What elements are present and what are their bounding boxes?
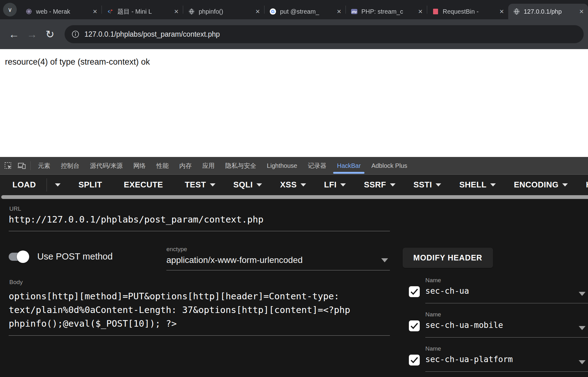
caret-down-icon	[490, 183, 496, 186]
menu-ssti[interactable]: SSTI	[414, 180, 441, 190]
header-name-select[interactable]: sec-ch-ua-platform	[425, 353, 588, 371]
globe-favicon-icon	[188, 8, 195, 15]
chevron-down-icon: ∨	[8, 6, 12, 13]
input-underline	[425, 337, 588, 338]
menu-sqli[interactable]: SQLI	[233, 180, 262, 190]
browser-tab-active[interactable]: 127.0.0.1/php ×	[508, 4, 588, 19]
check-icon	[409, 320, 420, 331]
enctype-select[interactable]: application/x-www-form-urlencoded	[166, 253, 390, 270]
devtools-tab-console[interactable]: 控制台	[56, 157, 85, 174]
caret-down-icon	[436, 183, 441, 186]
tab-close-icon[interactable]: ×	[173, 7, 180, 16]
browser-toolbar: ← → ↻ 127.0.0.1/phplabs/post_param/conte…	[0, 19, 588, 49]
browser-tab-timu[interactable]: 题目 - Mini L ×	[102, 4, 183, 19]
devtools-tab-network[interactable]: 网络	[128, 157, 151, 174]
dropdown-caret-icon	[579, 292, 586, 296]
enctype-group: enctype application/x-www-form-urlencode…	[166, 246, 390, 270]
inspect-icon[interactable]	[1, 159, 15, 172]
page-text: resource(4) of type (stream-context) ok	[5, 57, 150, 67]
devtools-tab-adblock[interactable]: Adblock Plus	[366, 157, 413, 174]
dropdown-caret-icon	[579, 360, 586, 364]
browser-tab-php-docs[interactable]: php PHP: stream_c ×	[346, 4, 427, 19]
tab-close-icon[interactable]: ×	[336, 7, 342, 16]
menu-load[interactable]: LOAD	[12, 178, 61, 191]
dropdown-caret-icon	[579, 326, 586, 330]
modify-header-button[interactable]: MODIFY HEADER	[403, 248, 493, 268]
url-input[interactable]: http://127.0.0.1/phplabs/post_param/cont…	[9, 214, 390, 231]
reload-button[interactable]: ↻	[41, 25, 59, 43]
enctype-label: enctype	[166, 246, 390, 253]
header-checkbox[interactable]	[409, 286, 420, 297]
menu-split[interactable]: SPLIT	[79, 180, 106, 190]
post-method-label: Use POST method	[37, 251, 113, 262]
device-toolbar-icon[interactable]	[15, 159, 29, 172]
tab-close-icon[interactable]: ×	[254, 7, 261, 16]
menu-shell[interactable]: SHELL	[459, 180, 496, 190]
site-info-icon[interactable]	[71, 30, 79, 38]
post-method-toggle[interactable]	[9, 253, 28, 261]
code-flag-favicon-icon	[107, 8, 114, 15]
devtools-tab-privacy[interactable]: 隐私与安全	[220, 157, 262, 174]
caret-down-icon	[301, 183, 306, 186]
url-label: URL	[9, 205, 21, 212]
caret-down-icon	[562, 183, 568, 186]
scrollbar-thumb[interactable]	[1, 195, 588, 199]
devtools-tab-hackbar[interactable]: HackBar	[332, 157, 366, 174]
dropdown-caret-icon	[381, 258, 388, 262]
header-checkbox[interactable]	[409, 355, 420, 366]
devtools-tab-lighthouse[interactable]: Lighthouse	[262, 157, 303, 174]
svg-text:G: G	[271, 9, 274, 14]
enctype-value: application/x-www-form-urlencoded	[166, 255, 303, 265]
devtools-tab-sources[interactable]: 源代码/来源	[85, 157, 128, 174]
browser-tab-google[interactable]: G put @stream_ ×	[265, 4, 346, 19]
globe-favicon-icon	[513, 8, 520, 15]
hackbar-panel: URL http://127.0.0.1/phplabs/post_param/…	[0, 199, 588, 377]
hackbar-scrollbar	[0, 195, 588, 199]
menu-hash[interactable]: HASH	[586, 180, 588, 190]
load-caret-icon[interactable]	[55, 183, 61, 186]
web-favicon-icon	[25, 8, 32, 15]
devtools-tab-performance[interactable]: 性能	[151, 157, 174, 174]
google-favicon-icon: G	[269, 8, 276, 15]
back-button[interactable]: ←	[5, 25, 23, 43]
tab-close-icon[interactable]: ×	[578, 7, 585, 16]
caret-down-icon	[210, 183, 215, 186]
devtools-tabbar: 元素 控制台 源代码/来源 网络 性能 内存 应用 隐私与安全 Lighthou…	[0, 157, 588, 175]
php-favicon-icon: php	[351, 8, 358, 15]
header-name-select[interactable]: sec-ch-ua	[425, 285, 588, 303]
tab-close-icon[interactable]: ×	[92, 7, 98, 16]
browser-tab-web[interactable]: web - Merak ×	[20, 4, 102, 19]
devtools-tab-memory[interactable]: 内存	[174, 157, 197, 174]
body-input[interactable]: options[http][method]=PUT&options[http][…	[9, 289, 390, 336]
header-name-select[interactable]: sec-ch-ua-mobile	[425, 319, 588, 337]
browser-tab-requestbin[interactable]: RequestBin - ×	[427, 4, 508, 19]
header-name-label: Name	[425, 277, 441, 284]
tab-title: 题目 - Mini L	[117, 7, 171, 16]
devtools-tab-recorder[interactable]: 记录器	[302, 157, 332, 174]
menu-lfi[interactable]: LFI	[324, 180, 346, 190]
menu-execute[interactable]: EXECUTE	[124, 180, 167, 190]
check-icon	[409, 355, 420, 366]
requestbin-favicon-icon	[432, 8, 439, 15]
tab-close-icon[interactable]: ×	[417, 7, 424, 16]
browser-tab-phpinfo[interactable]: phpinfo() ×	[183, 4, 264, 19]
input-underline	[425, 371, 588, 372]
devtools-tab-elements[interactable]: 元素	[33, 157, 56, 174]
header-name-label: Name	[425, 311, 441, 318]
menu-xss[interactable]: XSS	[280, 180, 306, 190]
hackbar-toolbar: LOAD SPLIT EXECUTE TEST SQLI XSS LFI SSR…	[0, 175, 588, 195]
omnibox[interactable]: 127.0.0.1/phplabs/post_param/context.php	[65, 25, 584, 43]
tab-strip: ∨ web - Merak × 题目 - Mini L ×	[0, 0, 588, 19]
tab-title: phpinfo()	[199, 8, 252, 15]
devtools-tab-application[interactable]: 应用	[197, 157, 220, 174]
forward-button[interactable]: →	[23, 25, 41, 43]
tab-close-icon[interactable]: ×	[498, 7, 505, 16]
menu-encoding[interactable]: ENCODING	[514, 180, 568, 190]
menu-test[interactable]: TEST	[185, 180, 215, 190]
tab-search-button[interactable]: ∨	[3, 3, 17, 16]
menu-ssrf[interactable]: SSRF	[364, 180, 395, 190]
header-name-value: sec-ch-ua-platform	[425, 355, 513, 364]
header-row: Name sec-ch-ua-platform	[403, 342, 588, 376]
url-text: 127.0.0.1/phplabs/post_param/context.php	[84, 30, 220, 39]
header-checkbox[interactable]	[409, 320, 420, 331]
